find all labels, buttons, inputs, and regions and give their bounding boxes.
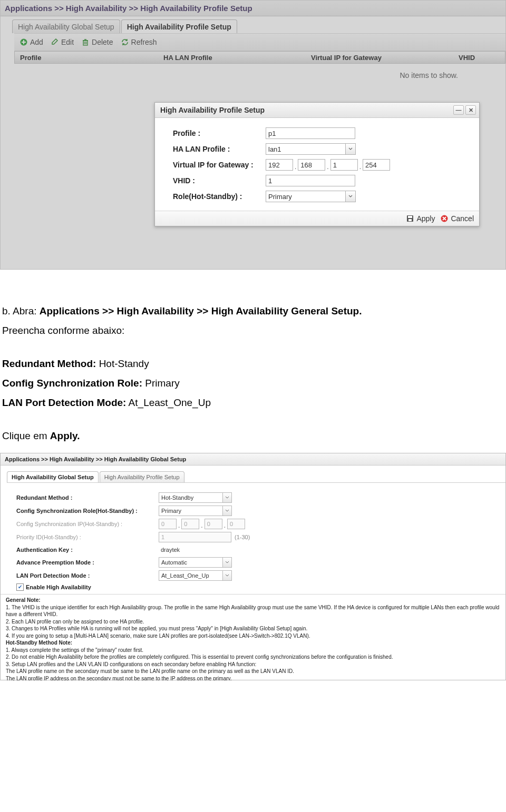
priority-id-input xyxy=(159,532,231,542)
col-profile: Profile xyxy=(15,54,158,62)
chevron-down-icon[interactable] xyxy=(345,191,356,202)
empty-message: No items to show. xyxy=(1,64,505,80)
detection-mode-select[interactable] xyxy=(159,570,232,581)
apply-button[interactable]: Apply xyxy=(406,214,435,223)
chevron-down-icon[interactable] xyxy=(345,143,356,155)
tab-profile-setup[interactable]: High Availability Profile Setup xyxy=(100,471,184,482)
vip-oct4[interactable] xyxy=(363,159,390,171)
sync-ip-oct3 xyxy=(205,519,222,529)
label-role: Role(Hot-Standby) : xyxy=(173,192,266,201)
breadcrumb: Applications >> High Availability >> Hig… xyxy=(1,453,505,466)
label-profile: Profile : xyxy=(173,129,266,137)
chevron-down-icon[interactable] xyxy=(222,570,232,581)
tab-global-setup[interactable]: High Availability Global Setup xyxy=(12,19,120,33)
checkbox-icon[interactable]: ✔ xyxy=(16,583,24,591)
minimize-button[interactable]: — xyxy=(453,105,464,115)
col-vip: Virtual IP for Gateway xyxy=(306,54,453,62)
chevron-down-icon[interactable] xyxy=(222,557,232,568)
cancel-icon xyxy=(440,214,449,223)
delete-icon xyxy=(81,38,90,46)
profile-input[interactable] xyxy=(266,127,355,139)
dialog-profile-setup: High Availability Profile Setup — ✕ Prof… xyxy=(154,102,480,226)
redundant-method-select[interactable] xyxy=(159,492,232,503)
edit-button[interactable]: Edit xyxy=(51,38,74,46)
close-button[interactable]: ✕ xyxy=(465,105,476,115)
sync-ip-oct2 xyxy=(181,519,199,529)
role-select[interactable] xyxy=(266,191,356,202)
label-preemption: Advance Preemption Mode : xyxy=(16,559,159,566)
toolbar: Add Edit Delete Refresh xyxy=(14,33,505,51)
svg-rect-3 xyxy=(408,216,412,218)
table-header: Profile HA LAN Profile Virtual IP for Ga… xyxy=(14,51,505,64)
edit-icon xyxy=(51,38,59,46)
dialog-title: High Availability Profile Setup xyxy=(160,106,265,114)
cancel-button[interactable]: Cancel xyxy=(440,214,474,223)
save-icon xyxy=(406,214,414,223)
tab-global-setup[interactable]: High Availability Global Setup xyxy=(7,471,99,482)
halan-select[interactable] xyxy=(266,143,356,155)
tabs: High Availability Global Setup High Avai… xyxy=(1,17,505,33)
sync-ip-oct1 xyxy=(159,519,177,529)
label-vhid: VHID : xyxy=(173,176,266,185)
priority-hint: (1-30) xyxy=(235,534,250,540)
svg-rect-4 xyxy=(408,219,412,221)
refresh-icon xyxy=(121,38,129,46)
sync-role-select[interactable] xyxy=(159,506,232,516)
chevron-down-icon[interactable] xyxy=(222,492,232,503)
tab-profile-setup[interactable]: High Availability Profile Setup xyxy=(121,19,237,33)
label-sync-role: Config Synchronization Role(Hot-Standby)… xyxy=(16,508,159,514)
vip-oct1[interactable] xyxy=(266,159,293,171)
enable-ha-checkbox[interactable]: ✔ Enable High Availability xyxy=(16,583,498,591)
refresh-button[interactable]: Refresh xyxy=(121,38,157,46)
add-icon xyxy=(20,38,28,46)
col-vhid: VHID xyxy=(453,54,480,62)
chevron-down-icon[interactable] xyxy=(222,506,232,516)
auth-key-input[interactable] xyxy=(159,545,230,554)
label-redundant-method: Redundant Method : xyxy=(16,494,159,501)
label-priority-id: Priority ID(Hot-Standby) : xyxy=(16,534,159,540)
vip-oct3[interactable] xyxy=(330,159,358,171)
tabs: High Availability Global Setup High Avai… xyxy=(1,467,505,482)
label-auth-key: Authentication Key : xyxy=(16,547,159,553)
add-button[interactable]: Add xyxy=(20,38,43,46)
vip-oct2[interactable] xyxy=(298,159,325,171)
general-notes: General Note: 1. The VHID is the unique … xyxy=(1,594,505,680)
vhid-input[interactable] xyxy=(266,175,355,186)
label-sync-ip: Config Synchronization IP(Hot-Standby) : xyxy=(16,521,159,527)
instruction-text: b. Abra: Applications >> High Availabili… xyxy=(0,285,506,451)
screenshot-profile-setup: Applications >> High Availability >> Hig… xyxy=(0,0,506,270)
screenshot-global-setup: Applications >> High Availability >> Hig… xyxy=(0,453,506,680)
preemption-select[interactable] xyxy=(159,557,232,568)
delete-button[interactable]: Delete xyxy=(81,38,113,46)
sync-ip-oct4 xyxy=(227,519,245,529)
label-halan: HA LAN Profile : xyxy=(173,145,266,153)
label-detection-mode: LAN Port Detection Mode : xyxy=(16,572,159,579)
breadcrumb: Applications >> High Availability >> Hig… xyxy=(1,1,505,16)
label-vip: Virtual IP for Gateway : xyxy=(173,161,266,169)
col-halan: HA LAN Profile xyxy=(158,54,306,62)
